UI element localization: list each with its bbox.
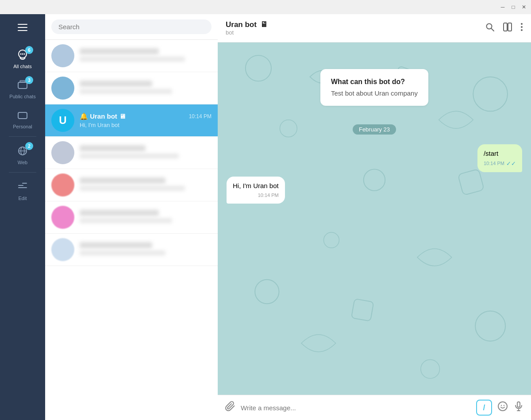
- chat-header-info: Uran bot 🖥 bot: [226, 20, 480, 36]
- received-time: 10:14 PM: [258, 192, 279, 199]
- bot-intro-description: Test bot about Uran company: [331, 89, 418, 97]
- web-label: Web: [18, 160, 27, 165]
- svg-point-2: [22, 54, 23, 55]
- received-bubble: Hi, I'm Uran bot 10:14 PM: [227, 177, 285, 203]
- sidebar: 6 All chats 3 Public chats Personal: [0, 14, 45, 420]
- received-message-row: Hi, I'm Uran bot 10:14 PM: [227, 177, 522, 203]
- chat-info-blurred-1: [80, 48, 212, 64]
- sidebar-item-public-chats[interactable]: 3 Public chats: [0, 73, 45, 104]
- date-separator: February 23: [227, 124, 522, 135]
- personal-icon: [16, 109, 29, 121]
- chat-info-blurred-2: [80, 81, 212, 96]
- public-chats-badge: 3: [25, 76, 33, 84]
- uran-bot-avatar: U: [51, 109, 74, 132]
- chat-item-blurred-5[interactable]: [45, 201, 218, 234]
- chat-item-blurred-4[interactable]: [45, 169, 218, 201]
- svg-point-26: [323, 232, 339, 248]
- svg-rect-15: [504, 23, 507, 31]
- sent-message-row: /start 10:14 PM ✓✓: [227, 144, 522, 172]
- more-header-icon[interactable]: [520, 22, 523, 34]
- chat-list-panel: U 🔔 Uran bot 🖥 10:14 PM Hi, I'm Uran bot: [45, 14, 218, 420]
- app: 6 All chats 3 Public chats Personal: [0, 14, 531, 420]
- bot-intro-title: What can this bot do?: [331, 78, 418, 86]
- avatar-blurred-2: [51, 77, 74, 100]
- chat-header-subtitle: bot: [226, 29, 480, 36]
- sidebar-divider-2: [9, 172, 36, 173]
- edit-icon: [16, 181, 29, 193]
- svg-point-18: [521, 26, 523, 28]
- avatar-blurred-4: [51, 173, 74, 197]
- mic-icon[interactable]: [513, 401, 524, 414]
- chat-header: Uran bot 🖥 bot: [218, 14, 531, 42]
- received-meta: 10:14 PM: [233, 192, 279, 199]
- chat-info-blurred-6: [80, 242, 212, 258]
- received-text: Hi, I'm Uran bot: [233, 182, 279, 189]
- chat-header-name: Uran bot 🖥: [226, 20, 480, 29]
- uran-bot-preview: Hi, I'm Uran bot: [80, 122, 212, 128]
- svg-rect-6: [18, 112, 27, 119]
- svg-point-1: [20, 54, 22, 55]
- sidebar-item-edit[interactable]: Edit: [0, 175, 45, 205]
- chat-main: Uran bot 🖥 bot: [218, 14, 531, 420]
- chat-info-blurred-5: [80, 210, 212, 225]
- sent-bubble: /start 10:14 PM ✓✓: [477, 144, 522, 172]
- svg-point-19: [521, 29, 523, 31]
- chat-info-blurred-3: [80, 145, 212, 161]
- layout-header-icon[interactable]: [503, 22, 512, 34]
- sent-meta: 10:14 PM ✓✓: [484, 160, 516, 168]
- all-chats-label: All chats: [13, 64, 32, 69]
- chat-input-area: /: [218, 395, 531, 420]
- emoji-icon[interactable]: [497, 401, 508, 414]
- personal-label: Personal: [13, 124, 32, 129]
- chat-header-actions: [485, 22, 523, 34]
- search-bar: [45, 14, 218, 40]
- chat-bg: What can this bot do? Test bot about Ura…: [218, 42, 531, 395]
- svg-line-14: [491, 28, 494, 31]
- menu-button[interactable]: [14, 19, 31, 36]
- svg-point-31: [498, 402, 507, 411]
- checkmarks-icon: ✓✓: [506, 160, 516, 168]
- close-button[interactable]: ✕: [520, 4, 527, 11]
- header-bot-icon: 🖥: [260, 20, 268, 29]
- svg-rect-4: [18, 82, 27, 89]
- chat-item-blurred-3[interactable]: [45, 137, 218, 169]
- search-header-icon[interactable]: [485, 22, 495, 34]
- chat-messages: What can this bot do? Test bot about Ura…: [227, 51, 522, 204]
- chat-item-blurred-1[interactable]: [45, 40, 218, 72]
- uran-bot-time: 10:14 PM: [189, 113, 212, 119]
- avatar-blurred-3: [51, 141, 74, 164]
- titlebar: ─ □ ✕: [0, 0, 531, 14]
- chat-name-row: 🔔 Uran bot 🖥 10:14 PM: [80, 112, 212, 120]
- maximize-button[interactable]: □: [510, 4, 517, 11]
- uran-bot-name: 🔔 Uran bot 🖥: [80, 112, 126, 120]
- all-chats-badge: 6: [25, 46, 33, 54]
- svg-point-30: [421, 359, 440, 378]
- slash-button[interactable]: /: [476, 400, 492, 416]
- sidebar-item-all-chats[interactable]: 6 All chats: [0, 43, 45, 73]
- chat-item-uran-bot[interactable]: U 🔔 Uran bot 🖥 10:14 PM Hi, I'm Uran bot: [45, 104, 218, 137]
- date-badge: February 23: [353, 124, 396, 135]
- attachment-icon[interactable]: [225, 401, 235, 414]
- sent-text: /start: [484, 150, 498, 157]
- bot-intro-card: What can this bot do? Test bot about Ura…: [320, 69, 428, 106]
- sidebar-item-web[interactable]: 2 Web: [0, 139, 45, 170]
- avatar-blurred-5: [51, 206, 74, 229]
- svg-point-3: [24, 54, 25, 55]
- chat-item-blurred-2[interactable]: [45, 72, 218, 104]
- svg-point-29: [475, 311, 505, 341]
- web-badge: 2: [25, 142, 33, 150]
- svg-rect-34: [517, 402, 520, 407]
- search-input[interactable]: [51, 19, 212, 34]
- svg-rect-28: [351, 299, 374, 321]
- svg-rect-16: [508, 23, 512, 31]
- sidebar-divider: [9, 136, 36, 137]
- svg-point-17: [521, 23, 523, 25]
- sidebar-item-personal[interactable]: Personal: [0, 104, 45, 134]
- edit-label: Edit: [19, 196, 27, 201]
- uran-bot-chat-info: 🔔 Uran bot 🖥 10:14 PM Hi, I'm Uran bot: [80, 112, 212, 128]
- minimize-button[interactable]: ─: [499, 4, 506, 11]
- svg-point-27: [255, 280, 279, 304]
- chat-item-blurred-6[interactable]: [45, 234, 218, 266]
- message-input[interactable]: [241, 404, 471, 412]
- svg-point-32: [501, 405, 502, 406]
